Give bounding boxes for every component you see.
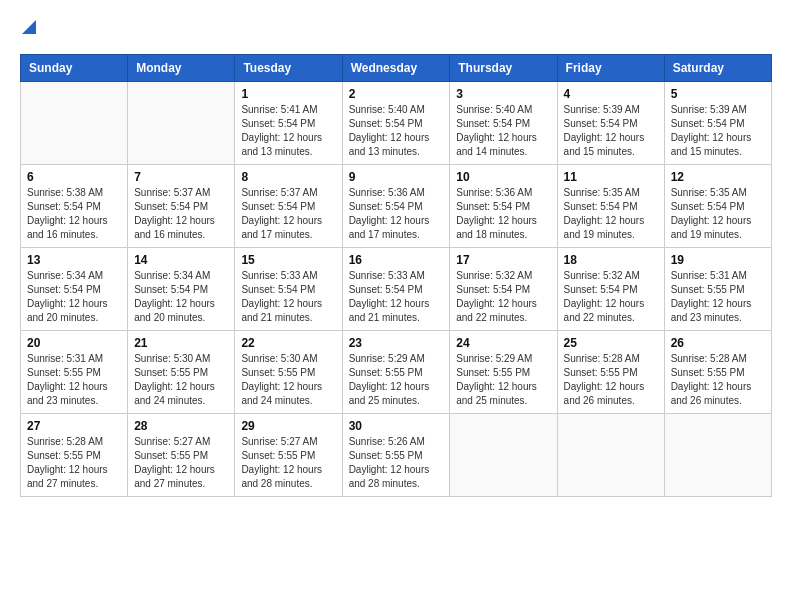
calendar-cell <box>128 82 235 165</box>
day-number: 21 <box>134 336 228 350</box>
day-number: 12 <box>671 170 765 184</box>
day-info: Sunrise: 5:28 AM Sunset: 5:55 PM Dayligh… <box>27 435 121 491</box>
calendar-week-row: 13Sunrise: 5:34 AM Sunset: 5:54 PM Dayli… <box>21 248 772 331</box>
calendar-cell: 16Sunrise: 5:33 AM Sunset: 5:54 PM Dayli… <box>342 248 450 331</box>
day-number: 13 <box>27 253 121 267</box>
weekday-header: Friday <box>557 55 664 82</box>
weekday-header: Wednesday <box>342 55 450 82</box>
header <box>20 20 772 38</box>
day-info: Sunrise: 5:36 AM Sunset: 5:54 PM Dayligh… <box>456 186 550 242</box>
day-info: Sunrise: 5:37 AM Sunset: 5:54 PM Dayligh… <box>134 186 228 242</box>
calendar-cell: 14Sunrise: 5:34 AM Sunset: 5:54 PM Dayli… <box>128 248 235 331</box>
day-info: Sunrise: 5:35 AM Sunset: 5:54 PM Dayligh… <box>671 186 765 242</box>
day-number: 22 <box>241 336 335 350</box>
day-info: Sunrise: 5:29 AM Sunset: 5:55 PM Dayligh… <box>349 352 444 408</box>
day-number: 8 <box>241 170 335 184</box>
day-number: 4 <box>564 87 658 101</box>
calendar-cell: 23Sunrise: 5:29 AM Sunset: 5:55 PM Dayli… <box>342 331 450 414</box>
weekday-header-row: SundayMondayTuesdayWednesdayThursdayFrid… <box>21 55 772 82</box>
day-number: 6 <box>27 170 121 184</box>
calendar-cell: 4Sunrise: 5:39 AM Sunset: 5:54 PM Daylig… <box>557 82 664 165</box>
day-info: Sunrise: 5:27 AM Sunset: 5:55 PM Dayligh… <box>134 435 228 491</box>
day-number: 25 <box>564 336 658 350</box>
day-number: 23 <box>349 336 444 350</box>
weekday-header: Monday <box>128 55 235 82</box>
calendar-cell: 19Sunrise: 5:31 AM Sunset: 5:55 PM Dayli… <box>664 248 771 331</box>
day-number: 7 <box>134 170 228 184</box>
calendar-cell: 25Sunrise: 5:28 AM Sunset: 5:55 PM Dayli… <box>557 331 664 414</box>
day-info: Sunrise: 5:31 AM Sunset: 5:55 PM Dayligh… <box>671 269 765 325</box>
day-info: Sunrise: 5:37 AM Sunset: 5:54 PM Dayligh… <box>241 186 335 242</box>
day-number: 17 <box>456 253 550 267</box>
day-info: Sunrise: 5:34 AM Sunset: 5:54 PM Dayligh… <box>27 269 121 325</box>
day-number: 16 <box>349 253 444 267</box>
day-number: 2 <box>349 87 444 101</box>
calendar-cell <box>21 82 128 165</box>
calendar-cell: 7Sunrise: 5:37 AM Sunset: 5:54 PM Daylig… <box>128 165 235 248</box>
day-info: Sunrise: 5:30 AM Sunset: 5:55 PM Dayligh… <box>241 352 335 408</box>
calendar-cell <box>450 414 557 497</box>
day-info: Sunrise: 5:32 AM Sunset: 5:54 PM Dayligh… <box>564 269 658 325</box>
day-number: 3 <box>456 87 550 101</box>
calendar-cell: 27Sunrise: 5:28 AM Sunset: 5:55 PM Dayli… <box>21 414 128 497</box>
calendar-cell: 20Sunrise: 5:31 AM Sunset: 5:55 PM Dayli… <box>21 331 128 414</box>
calendar-cell: 1Sunrise: 5:41 AM Sunset: 5:54 PM Daylig… <box>235 82 342 165</box>
calendar-cell: 17Sunrise: 5:32 AM Sunset: 5:54 PM Dayli… <box>450 248 557 331</box>
day-number: 29 <box>241 419 335 433</box>
calendar-cell: 21Sunrise: 5:30 AM Sunset: 5:55 PM Dayli… <box>128 331 235 414</box>
logo-icon <box>22 20 36 38</box>
weekday-header: Saturday <box>664 55 771 82</box>
weekday-header: Sunday <box>21 55 128 82</box>
day-info: Sunrise: 5:35 AM Sunset: 5:54 PM Dayligh… <box>564 186 658 242</box>
day-info: Sunrise: 5:40 AM Sunset: 5:54 PM Dayligh… <box>456 103 550 159</box>
calendar-week-row: 6Sunrise: 5:38 AM Sunset: 5:54 PM Daylig… <box>21 165 772 248</box>
day-number: 5 <box>671 87 765 101</box>
day-number: 10 <box>456 170 550 184</box>
day-info: Sunrise: 5:39 AM Sunset: 5:54 PM Dayligh… <box>564 103 658 159</box>
day-info: Sunrise: 5:28 AM Sunset: 5:55 PM Dayligh… <box>671 352 765 408</box>
calendar-cell: 24Sunrise: 5:29 AM Sunset: 5:55 PM Dayli… <box>450 331 557 414</box>
day-number: 28 <box>134 419 228 433</box>
day-info: Sunrise: 5:34 AM Sunset: 5:54 PM Dayligh… <box>134 269 228 325</box>
calendar-cell: 13Sunrise: 5:34 AM Sunset: 5:54 PM Dayli… <box>21 248 128 331</box>
calendar-cell: 9Sunrise: 5:36 AM Sunset: 5:54 PM Daylig… <box>342 165 450 248</box>
calendar-cell: 5Sunrise: 5:39 AM Sunset: 5:54 PM Daylig… <box>664 82 771 165</box>
day-number: 24 <box>456 336 550 350</box>
day-info: Sunrise: 5:30 AM Sunset: 5:55 PM Dayligh… <box>134 352 228 408</box>
calendar-cell: 3Sunrise: 5:40 AM Sunset: 5:54 PM Daylig… <box>450 82 557 165</box>
calendar-cell: 10Sunrise: 5:36 AM Sunset: 5:54 PM Dayli… <box>450 165 557 248</box>
day-number: 20 <box>27 336 121 350</box>
weekday-header: Tuesday <box>235 55 342 82</box>
calendar-week-row: 27Sunrise: 5:28 AM Sunset: 5:55 PM Dayli… <box>21 414 772 497</box>
day-number: 27 <box>27 419 121 433</box>
day-info: Sunrise: 5:39 AM Sunset: 5:54 PM Dayligh… <box>671 103 765 159</box>
day-info: Sunrise: 5:33 AM Sunset: 5:54 PM Dayligh… <box>349 269 444 325</box>
weekday-header: Thursday <box>450 55 557 82</box>
day-number: 19 <box>671 253 765 267</box>
calendar-cell: 30Sunrise: 5:26 AM Sunset: 5:55 PM Dayli… <box>342 414 450 497</box>
calendar-week-row: 20Sunrise: 5:31 AM Sunset: 5:55 PM Dayli… <box>21 331 772 414</box>
calendar-cell: 28Sunrise: 5:27 AM Sunset: 5:55 PM Dayli… <box>128 414 235 497</box>
day-number: 15 <box>241 253 335 267</box>
calendar-cell: 15Sunrise: 5:33 AM Sunset: 5:54 PM Dayli… <box>235 248 342 331</box>
day-info: Sunrise: 5:27 AM Sunset: 5:55 PM Dayligh… <box>241 435 335 491</box>
day-number: 14 <box>134 253 228 267</box>
calendar-cell: 22Sunrise: 5:30 AM Sunset: 5:55 PM Dayli… <box>235 331 342 414</box>
day-info: Sunrise: 5:31 AM Sunset: 5:55 PM Dayligh… <box>27 352 121 408</box>
calendar-cell <box>664 414 771 497</box>
calendar-cell: 2Sunrise: 5:40 AM Sunset: 5:54 PM Daylig… <box>342 82 450 165</box>
day-number: 30 <box>349 419 444 433</box>
day-info: Sunrise: 5:33 AM Sunset: 5:54 PM Dayligh… <box>241 269 335 325</box>
day-number: 9 <box>349 170 444 184</box>
day-info: Sunrise: 5:32 AM Sunset: 5:54 PM Dayligh… <box>456 269 550 325</box>
day-info: Sunrise: 5:41 AM Sunset: 5:54 PM Dayligh… <box>241 103 335 159</box>
calendar-cell: 26Sunrise: 5:28 AM Sunset: 5:55 PM Dayli… <box>664 331 771 414</box>
day-info: Sunrise: 5:38 AM Sunset: 5:54 PM Dayligh… <box>27 186 121 242</box>
day-info: Sunrise: 5:29 AM Sunset: 5:55 PM Dayligh… <box>456 352 550 408</box>
calendar-cell: 18Sunrise: 5:32 AM Sunset: 5:54 PM Dayli… <box>557 248 664 331</box>
calendar-cell <box>557 414 664 497</box>
day-info: Sunrise: 5:28 AM Sunset: 5:55 PM Dayligh… <box>564 352 658 408</box>
day-number: 11 <box>564 170 658 184</box>
calendar-cell: 12Sunrise: 5:35 AM Sunset: 5:54 PM Dayli… <box>664 165 771 248</box>
calendar-week-row: 1Sunrise: 5:41 AM Sunset: 5:54 PM Daylig… <box>21 82 772 165</box>
